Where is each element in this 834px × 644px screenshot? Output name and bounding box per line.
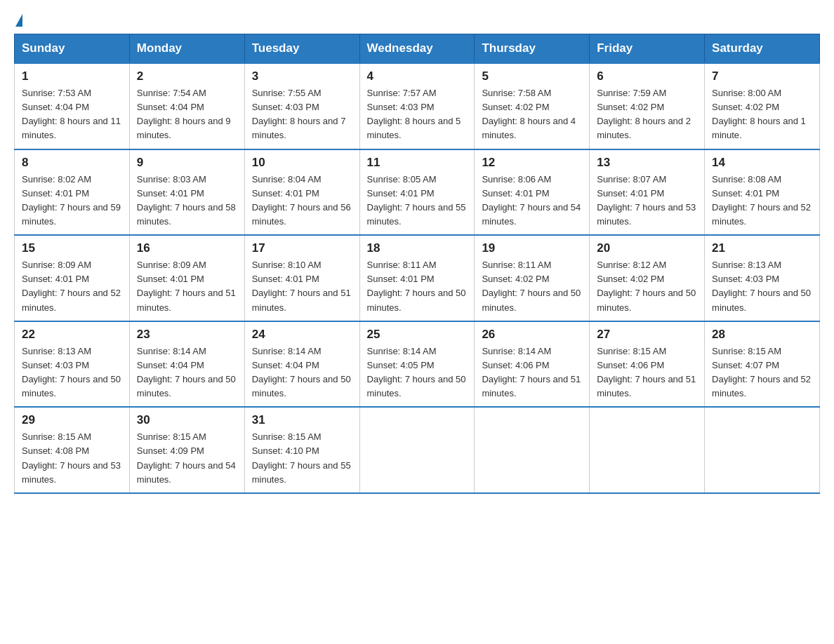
calendar-day-cell: 21 Sunrise: 8:13 AM Sunset: 4:03 PM Dayl… [705, 235, 820, 321]
calendar-day-cell: 12 Sunrise: 8:06 AM Sunset: 4:01 PM Dayl… [475, 149, 590, 236]
day-info: Sunrise: 8:15 AM Sunset: 4:08 PM Dayligh… [22, 430, 122, 487]
sunrise-text: Sunrise: 8:02 AM [22, 174, 91, 185]
calendar-body: 1 Sunrise: 7:53 AM Sunset: 4:04 PM Dayli… [15, 63, 820, 493]
day-number: 24 [252, 328, 352, 342]
calendar-week-row: 15 Sunrise: 8:09 AM Sunset: 4:01 PM Dayl… [15, 235, 820, 321]
page-header [14, 14, 820, 27]
calendar-day-cell: 31 Sunrise: 8:15 AM Sunset: 4:10 PM Dayl… [244, 407, 359, 493]
day-info: Sunrise: 8:03 AM Sunset: 4:01 PM Dayligh… [137, 173, 237, 229]
day-info: Sunrise: 8:12 AM Sunset: 4:02 PM Dayligh… [597, 258, 697, 315]
calendar-day-cell: 16 Sunrise: 8:09 AM Sunset: 4:01 PM Dayl… [129, 235, 244, 321]
sunrise-text: Sunrise: 8:15 AM [137, 431, 206, 442]
sunrise-text: Sunrise: 8:04 AM [252, 174, 322, 185]
day-number: 10 [252, 156, 352, 170]
day-number: 15 [22, 241, 122, 255]
calendar-day-cell [475, 407, 590, 493]
day-info: Sunrise: 7:58 AM Sunset: 4:02 PM Dayligh… [482, 86, 582, 143]
sunrise-text: Sunrise: 8:09 AM [22, 260, 91, 270]
sunset-text: Sunset: 4:02 PM [597, 274, 664, 284]
calendar-day-cell: 27 Sunrise: 8:15 AM Sunset: 4:06 PM Dayl… [590, 321, 705, 408]
sunrise-text: Sunrise: 8:15 AM [22, 431, 91, 442]
sunrise-text: Sunrise: 7:59 AM [597, 88, 666, 98]
day-number: 12 [482, 156, 582, 170]
day-number: 8 [22, 156, 122, 170]
daylight-text: Daylight: 7 hours and 58 minutes. [137, 202, 236, 227]
sunrise-text: Sunrise: 8:00 AM [712, 88, 781, 98]
sunset-text: Sunset: 4:02 PM [482, 102, 549, 112]
calendar-day-cell: 6 Sunrise: 7:59 AM Sunset: 4:02 PM Dayli… [590, 63, 705, 149]
calendar-day-cell: 19 Sunrise: 8:11 AM Sunset: 4:02 PM Dayl… [475, 235, 590, 321]
day-info: Sunrise: 8:13 AM Sunset: 4:03 PM Dayligh… [712, 258, 812, 315]
daylight-text: Daylight: 7 hours and 53 minutes. [22, 460, 121, 485]
sunset-text: Sunset: 4:01 PM [482, 188, 549, 199]
day-number: 9 [137, 156, 237, 170]
sunset-text: Sunset: 4:10 PM [252, 445, 319, 456]
day-info: Sunrise: 7:53 AM Sunset: 4:04 PM Dayligh… [22, 86, 122, 143]
day-number: 25 [367, 328, 468, 342]
day-info: Sunrise: 8:15 AM Sunset: 4:09 PM Dayligh… [137, 430, 237, 487]
calendar-day-cell: 14 Sunrise: 8:08 AM Sunset: 4:01 PM Dayl… [705, 149, 820, 236]
sunset-text: Sunset: 4:01 PM [137, 188, 204, 199]
daylight-text: Daylight: 8 hours and 9 minutes. [137, 116, 231, 140]
day-info: Sunrise: 8:09 AM Sunset: 4:01 PM Dayligh… [22, 258, 122, 315]
sunrise-text: Sunrise: 8:10 AM [252, 260, 322, 270]
calendar-day-cell: 26 Sunrise: 8:14 AM Sunset: 4:06 PM Dayl… [475, 321, 590, 408]
day-info: Sunrise: 8:05 AM Sunset: 4:01 PM Dayligh… [367, 173, 468, 229]
sunset-text: Sunset: 4:04 PM [137, 102, 204, 112]
day-number: 13 [597, 156, 697, 170]
calendar-day-cell: 10 Sunrise: 8:04 AM Sunset: 4:01 PM Dayl… [244, 149, 359, 236]
daylight-text: Daylight: 7 hours and 53 minutes. [597, 202, 696, 227]
sunrise-text: Sunrise: 8:13 AM [712, 260, 781, 270]
day-number: 19 [482, 241, 582, 255]
sunrise-text: Sunrise: 8:11 AM [367, 260, 437, 270]
col-saturday: Saturday [705, 34, 820, 64]
calendar-day-cell: 9 Sunrise: 8:03 AM Sunset: 4:01 PM Dayli… [129, 149, 244, 236]
sunset-text: Sunset: 4:03 PM [712, 274, 779, 284]
sunset-text: Sunset: 4:08 PM [22, 445, 89, 456]
day-info: Sunrise: 8:08 AM Sunset: 4:01 PM Dayligh… [712, 173, 812, 229]
daylight-text: Daylight: 7 hours and 50 minutes. [137, 374, 236, 398]
sunset-text: Sunset: 4:01 PM [252, 274, 319, 284]
daylight-text: Daylight: 7 hours and 55 minutes. [252, 460, 351, 485]
calendar-day-cell: 29 Sunrise: 8:15 AM Sunset: 4:08 PM Dayl… [15, 407, 130, 493]
daylight-text: Daylight: 7 hours and 50 minutes. [482, 288, 581, 312]
sunset-text: Sunset: 4:02 PM [597, 102, 664, 112]
daylight-text: Daylight: 7 hours and 54 minutes. [482, 202, 581, 227]
day-info: Sunrise: 8:10 AM Sunset: 4:01 PM Dayligh… [252, 258, 352, 315]
daylight-text: Daylight: 7 hours and 55 minutes. [367, 202, 466, 227]
day-info: Sunrise: 8:15 AM Sunset: 4:06 PM Dayligh… [597, 344, 697, 401]
daylight-text: Daylight: 8 hours and 4 minutes. [482, 116, 576, 140]
daylight-text: Daylight: 7 hours and 51 minutes. [597, 374, 696, 398]
calendar-day-cell: 15 Sunrise: 8:09 AM Sunset: 4:01 PM Dayl… [15, 235, 130, 321]
daylight-text: Daylight: 7 hours and 50 minutes. [367, 374, 466, 398]
calendar-table: Sunday Monday Tuesday Wednesday Thursday… [14, 34, 820, 494]
calendar-day-cell: 25 Sunrise: 8:14 AM Sunset: 4:05 PM Dayl… [359, 321, 475, 408]
calendar-day-cell: 11 Sunrise: 8:05 AM Sunset: 4:01 PM Dayl… [359, 149, 475, 236]
day-number: 30 [137, 413, 237, 427]
logo [14, 14, 22, 27]
sunset-text: Sunset: 4:01 PM [22, 274, 89, 284]
daylight-text: Daylight: 8 hours and 2 minutes. [597, 116, 691, 140]
calendar-day-cell: 13 Sunrise: 8:07 AM Sunset: 4:01 PM Dayl… [590, 149, 705, 236]
sunrise-text: Sunrise: 7:54 AM [137, 88, 206, 98]
day-number: 1 [22, 69, 122, 83]
col-wednesday: Wednesday [359, 34, 475, 64]
calendar-week-row: 29 Sunrise: 8:15 AM Sunset: 4:08 PM Dayl… [15, 407, 820, 493]
sunset-text: Sunset: 4:01 PM [597, 188, 664, 199]
sunrise-text: Sunrise: 8:14 AM [367, 346, 437, 356]
sunset-text: Sunset: 4:01 PM [252, 188, 319, 199]
sunset-text: Sunset: 4:01 PM [22, 188, 89, 199]
day-info: Sunrise: 7:55 AM Sunset: 4:03 PM Dayligh… [252, 86, 352, 143]
calendar-day-cell: 30 Sunrise: 8:15 AM Sunset: 4:09 PM Dayl… [129, 407, 244, 493]
daylight-text: Daylight: 7 hours and 50 minutes. [252, 374, 351, 398]
calendar-day-cell: 2 Sunrise: 7:54 AM Sunset: 4:04 PM Dayli… [129, 63, 244, 149]
day-info: Sunrise: 8:14 AM Sunset: 4:05 PM Dayligh… [367, 344, 468, 401]
sunset-text: Sunset: 4:04 PM [22, 102, 89, 112]
sunrise-text: Sunrise: 8:15 AM [252, 431, 322, 442]
day-info: Sunrise: 8:04 AM Sunset: 4:01 PM Dayligh… [252, 173, 352, 229]
daylight-text: Daylight: 7 hours and 50 minutes. [712, 288, 811, 312]
day-info: Sunrise: 8:14 AM Sunset: 4:06 PM Dayligh… [482, 344, 582, 401]
calendar-header: Sunday Monday Tuesday Wednesday Thursday… [15, 34, 820, 64]
day-info: Sunrise: 8:11 AM Sunset: 4:01 PM Dayligh… [367, 258, 468, 315]
daylight-text: Daylight: 7 hours and 51 minutes. [252, 288, 351, 312]
